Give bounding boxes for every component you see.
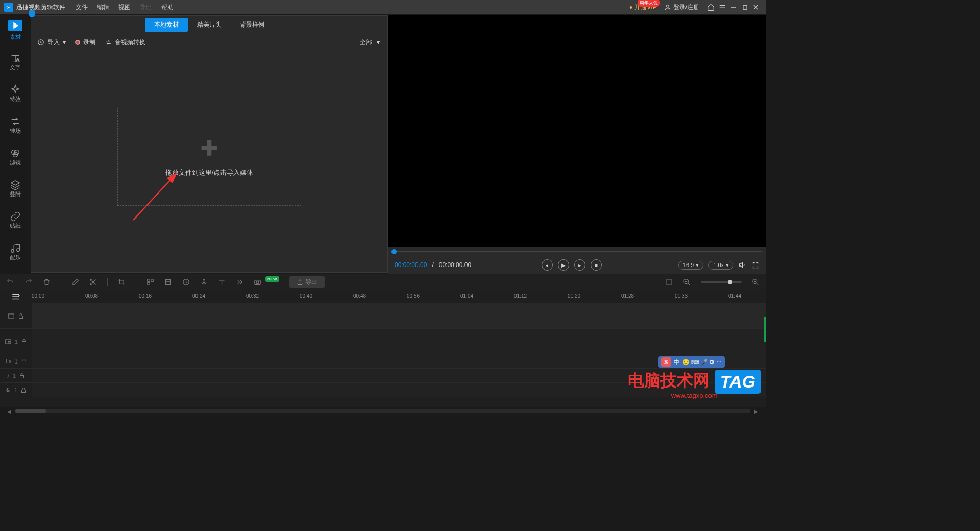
ruler-mark: 00:40 [300, 293, 312, 299]
preview-scrubber[interactable] [388, 247, 766, 256]
app-title: 迅捷视频剪辑软件 [16, 3, 65, 12]
zoom-out-button[interactable] [683, 278, 691, 286]
zoom-slider[interactable] [701, 281, 742, 283]
minimize-icon[interactable] [728, 2, 739, 13]
convert-icon [105, 39, 112, 46]
media-tabs: 本地素材 精美片头 背景样例 [31, 16, 387, 33]
zoom-thumb[interactable] [728, 280, 732, 284]
plus-icon: ✚ [201, 136, 218, 160]
scrollbar-thumb[interactable] [15, 409, 46, 413]
scroll-left-icon[interactable]: ◀ [7, 408, 11, 414]
menu-view[interactable]: 视图 [118, 3, 131, 12]
speed-dropdown[interactable]: 1.0x▾ [708, 261, 733, 270]
lock-icon[interactable] [21, 358, 27, 365]
play-button[interactable]: ▶ [558, 259, 569, 271]
svg-rect-24 [19, 316, 23, 318]
timeline-scrollbar[interactable]: ◀ ▶ [0, 407, 766, 415]
scrub-handle[interactable] [391, 249, 397, 254]
snapshot-button[interactable] [254, 278, 261, 286]
track-video[interactable] [0, 303, 766, 329]
home-icon[interactable] [705, 2, 717, 13]
sidebar-item-overlay[interactable]: 叠附 [0, 173, 31, 204]
playhead[interactable] [32, 0, 32, 125]
drop-zone[interactable]: ✚ 拖放文件到这里/点击导入媒体 [117, 108, 301, 206]
sidebar-label: 素材 [10, 33, 21, 41]
menu-help[interactable]: 帮助 [161, 3, 174, 12]
delete-button[interactable] [43, 278, 51, 286]
next-frame-button[interactable]: ▸ [574, 259, 585, 271]
svg-rect-1 [743, 5, 746, 9]
crop-button[interactable] [118, 278, 126, 286]
ruler-mark: 00:56 [407, 293, 420, 299]
track-music[interactable]: ♪ 1 [0, 369, 766, 383]
lock-icon[interactable] [20, 387, 27, 393]
vip-button[interactable]: ♦ 开通VIP 周年大促 [629, 3, 656, 12]
sidebar-item-filter[interactable]: 滤镜 [0, 141, 31, 173]
preview-canvas[interactable] [388, 15, 766, 247]
freeze-button[interactable] [164, 278, 172, 286]
track-text[interactable]: Tᴀ 1 [0, 354, 766, 369]
lock-icon[interactable] [21, 339, 27, 345]
svg-rect-17 [203, 279, 205, 282]
sidebar-item-media[interactable]: 素材 [0, 14, 31, 46]
tab-local-media[interactable]: 本地素材 [145, 18, 188, 32]
tracks-area: 1 Tᴀ 1 ♪ 1 1 [0, 303, 766, 407]
prev-frame-button[interactable]: ◂ [542, 259, 553, 271]
undo-button[interactable] [6, 278, 14, 286]
aspect-dropdown[interactable]: 16:9▾ [678, 261, 703, 270]
track-pip[interactable]: 1 [0, 329, 766, 354]
volume-icon[interactable] [739, 261, 747, 269]
split-button[interactable] [89, 278, 97, 286]
redo-button[interactable] [24, 278, 33, 286]
text-tool-button[interactable] [218, 278, 226, 286]
filter-dropdown[interactable]: 全部 ▼ [360, 38, 381, 47]
svg-text:A: A [16, 57, 20, 62]
ruler-mark: 00:16 [139, 293, 152, 299]
convert-button[interactable]: 音视频转换 [105, 38, 145, 47]
svg-rect-29 [20, 375, 24, 378]
mosaic-button[interactable] [146, 278, 154, 286]
ime-indicator[interactable]: S 中 🙂 ⌨ 🎤 ⚙ ⋯ [658, 356, 725, 368]
menu-icon[interactable] [717, 2, 728, 13]
time-total: 00:00:00.00 [439, 261, 471, 269]
sidebar-item-text[interactable]: A 文字 [0, 46, 31, 78]
svg-point-6 [11, 249, 14, 252]
time-current: 00:00:00.00 [395, 261, 427, 269]
timeline-ruler[interactable]: 00:0000:0800:1600:2400:3200:4000:4800:56… [0, 290, 766, 303]
ruler-mark: 00:48 [353, 293, 366, 299]
lock-icon[interactable] [18, 313, 24, 319]
scroll-right-icon[interactable]: ▶ [754, 408, 758, 414]
track-voice[interactable]: 1 [0, 383, 766, 397]
close-icon[interactable] [750, 2, 762, 13]
fullscreen-icon[interactable] [752, 261, 760, 269]
edit-button[interactable] [71, 278, 79, 286]
svg-rect-27 [22, 341, 26, 344]
transition-icon [10, 116, 21, 127]
import-button[interactable]: 导入 ▾ [37, 38, 66, 47]
sidebar-item-transition[interactable]: 转场 [0, 109, 31, 141]
login-button[interactable]: 登录/注册 [664, 3, 699, 12]
tab-background[interactable]: 背景样例 [231, 18, 274, 32]
maximize-icon[interactable] [739, 2, 750, 13]
svg-rect-30 [7, 388, 9, 391]
speed-button[interactable] [236, 278, 243, 286]
tab-intro[interactable]: 精美片头 [188, 18, 231, 32]
sidebar-item-effects[interactable]: 特效 [0, 78, 31, 109]
sidebar-item-sticker[interactable]: 贴纸 [0, 204, 31, 236]
text-track-icon: Tᴀ [5, 358, 12, 365]
menu-export[interactable]: 导出 [140, 3, 152, 12]
voiceover-button[interactable] [200, 278, 208, 286]
menu-file[interactable]: 文件 [76, 3, 88, 12]
track-options-button[interactable] [0, 290, 32, 303]
stop-button[interactable]: ■ [591, 259, 602, 271]
export-button[interactable]: 导出 [289, 276, 325, 288]
svg-point-7 [17, 248, 20, 251]
menu-edit[interactable]: 编辑 [97, 3, 109, 12]
convert-label: 音视频转换 [115, 38, 145, 47]
zoom-in-button[interactable] [752, 278, 760, 286]
lock-icon[interactable] [19, 373, 25, 379]
record-button[interactable]: 录制 [75, 38, 95, 47]
duration-button[interactable] [182, 278, 190, 286]
fit-button[interactable] [665, 278, 673, 286]
sidebar-item-music[interactable]: 配乐 [0, 236, 31, 268]
